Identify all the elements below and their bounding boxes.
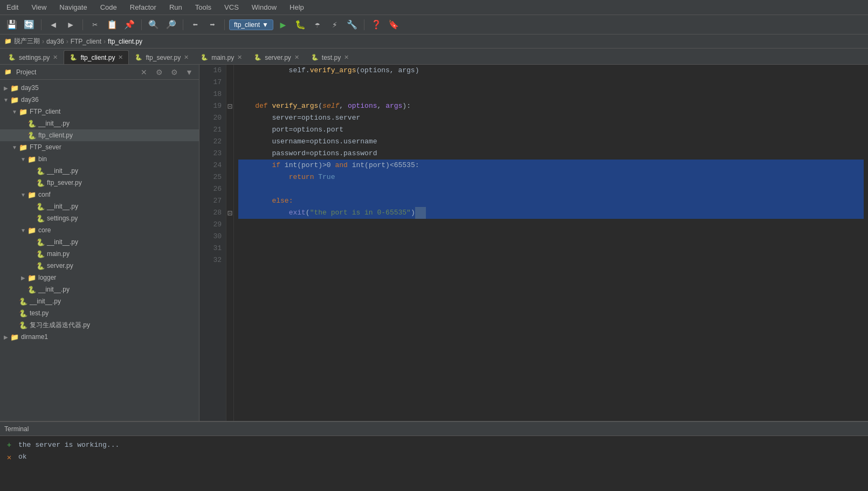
back-button[interactable]: ⬅ <box>188 17 203 32</box>
tree-item---init---py[interactable]: 🐍__init__.py <box>0 200 199 212</box>
breadcrumb-item-2[interactable]: day36 <box>46 38 64 45</box>
breadcrumb-item-4[interactable]: ftp_client.py <box>108 38 142 45</box>
tree-item-server-py[interactable]: 🐍server.py <box>0 260 199 272</box>
tree-item-logger[interactable]: ▶📁logger <box>0 272 199 283</box>
code-line-23[interactable]: password=options.password <box>238 148 864 160</box>
coverage-button[interactable]: ☂ <box>310 17 325 32</box>
tab-settings-py[interactable]: 🐍settings.py✕ <box>2 50 64 64</box>
tree-item---init---py[interactable]: 🐍__init__.py <box>0 165 199 177</box>
redo-button[interactable]: ▶ <box>63 17 78 32</box>
tab-ftp_client-py[interactable]: 🐍ftp_client.py✕ <box>64 50 129 64</box>
tree-item-ftp-client[interactable]: ▼📁FTP_client <box>0 106 199 117</box>
save-button[interactable]: 💾 <box>4 17 19 32</box>
fold-marker-18 <box>226 88 233 100</box>
tab-server-py[interactable]: 🐍server.py✕ <box>248 50 305 64</box>
menu-window[interactable]: Window <box>250 2 279 12</box>
tree-item-ftp-client-py[interactable]: 🐍ftp_client.py <box>0 129 199 141</box>
tree-item---init---py[interactable]: 🐍__init__.py <box>0 295 199 307</box>
find-in-path-button[interactable]: 🔎 <box>163 17 178 32</box>
code-editor[interactable]: self.verify_args(options, args) def veri… <box>234 65 868 421</box>
code-line-24[interactable]: if int(port)>0 and int(port)<65535: <box>238 160 864 171</box>
tree-item-test-py[interactable]: 🐍test.py <box>0 307 199 319</box>
tree-item-dirname1[interactable]: ▶📁dirname1 <box>0 331 199 343</box>
menu-run[interactable]: Run <box>167 2 184 12</box>
terminal-close-button[interactable]: ✕ <box>4 452 14 462</box>
debug-button[interactable]: 🐛 <box>293 17 308 32</box>
menu-code[interactable]: Code <box>98 2 119 12</box>
tree-item-core[interactable]: ▼📁core <box>0 224 199 236</box>
copy-button[interactable]: 📋 <box>105 17 120 32</box>
tab-ftp_sever-py[interactable]: 🐍ftp_sever.py✕ <box>129 50 195 64</box>
fold-marker-19[interactable] <box>226 100 233 112</box>
tree-item---init---py[interactable]: 🐍__init__.py <box>0 236 199 248</box>
code-line-29[interactable] <box>238 219 864 231</box>
code-container[interactable]: 1617181920212223242526272829303132 self.… <box>199 65 868 421</box>
sidebar-config-button[interactable]: ⚙ <box>154 67 164 78</box>
sidebar-settings-button[interactable]: ⚙ <box>169 67 180 78</box>
tree-folder-icon: 🐍 <box>36 250 45 258</box>
tab-close-icon[interactable]: ✕ <box>184 54 189 61</box>
breadcrumb-item-3[interactable]: FTP_client <box>71 38 101 45</box>
code-line-18[interactable] <box>238 88 864 100</box>
code-line-22[interactable]: username=options.username <box>238 136 864 148</box>
code-line-28[interactable]: exit("the port is in 0-65535") <box>238 207 864 219</box>
code-line-20[interactable]: server=options.server <box>238 112 864 124</box>
fold-marker-28[interactable] <box>226 207 233 219</box>
tree-item-conf[interactable]: ▼📁conf <box>0 189 199 200</box>
forward-button[interactable]: ➡ <box>205 17 220 32</box>
tree-item-main-py[interactable]: 🐍main.py <box>0 248 199 260</box>
menu-tools[interactable]: Tools <box>193 2 213 12</box>
fold-marker-31 <box>226 243 233 254</box>
sync-button[interactable]: 🔄 <box>22 17 37 32</box>
terminal-content[interactable]: the server is working...ok <box>18 439 864 488</box>
code-line-26[interactable] <box>238 183 864 195</box>
tab-close-icon[interactable]: ✕ <box>118 54 123 61</box>
code-line-16[interactable]: self.verify_args(options, args) <box>238 65 864 77</box>
tree-item-day35[interactable]: ▶📁day35 <box>0 82 199 94</box>
sidebar-collapse-button[interactable]: ▼ <box>184 67 195 78</box>
menu-navigate[interactable]: Navigate <box>57 2 89 12</box>
bookmark-button[interactable]: 🔖 <box>386 17 401 32</box>
code-line-19[interactable]: def verify_args(self, options, args): <box>238 100 864 112</box>
find-button[interactable]: 🔍 <box>146 17 161 32</box>
tab-close-icon[interactable]: ✕ <box>237 54 242 61</box>
breadcrumb-item-1[interactable]: 脱产三期 <box>14 37 40 46</box>
cut-button[interactable]: ✂ <box>87 17 102 32</box>
tab-close-icon[interactable]: ✕ <box>294 54 299 61</box>
tree-item-ftp-sever[interactable]: ▼📁FTP_sever <box>0 141 199 153</box>
terminal-add-button[interactable]: + <box>4 440 14 450</box>
paste-button[interactable]: 📌 <box>122 17 137 32</box>
tree-item-settings-py[interactable]: 🐍settings.py <box>0 212 199 224</box>
menu-vcs[interactable]: VCS <box>222 2 241 12</box>
tree-item-ftp-sever-py[interactable]: 🐍ftp_sever.py <box>0 177 199 189</box>
help-button[interactable]: ❓ <box>369 17 384 32</box>
tab-label: test.py <box>322 54 341 61</box>
tools-button[interactable]: 🔧 <box>345 17 360 32</box>
tree-item---init---py[interactable]: 🐍__init__.py <box>0 117 199 129</box>
menu-help[interactable]: Help <box>287 2 306 12</box>
menu-view[interactable]: View <box>29 2 49 12</box>
run-button[interactable]: ▶ <box>275 17 291 32</box>
tab-close-icon[interactable]: ✕ <box>344 54 349 61</box>
sidebar-hide-button[interactable]: ✕ <box>139 67 149 78</box>
run-config-dropdown[interactable]: ftp_client ▼ <box>229 19 273 30</box>
code-line-17[interactable] <box>238 77 864 88</box>
tab-main-py[interactable]: 🐍main.py✕ <box>195 50 248 64</box>
tab-test-py[interactable]: 🐍test.py✕ <box>305 50 355 64</box>
code-line-32[interactable] <box>238 254 864 266</box>
tree-item----------py[interactable]: 🐍复习生成器迭代器.py <box>0 319 199 331</box>
tree-item-day36[interactable]: ▼📁day36 <box>0 94 199 106</box>
undo-button[interactable]: ◀ <box>46 17 61 32</box>
tab-close-icon[interactable]: ✕ <box>53 54 58 61</box>
code-line-21[interactable]: port=options.port <box>238 124 864 136</box>
tree-item---init---py[interactable]: 🐍__init__.py <box>0 283 199 295</box>
code-line-25[interactable]: return True <box>238 171 864 183</box>
menu-edit[interactable]: Edit <box>4 2 20 12</box>
code-line-30[interactable] <box>238 231 864 243</box>
profile-button[interactable]: ⚡ <box>327 17 342 32</box>
tab-bar: 🐍settings.py✕🐍ftp_client.py✕🐍ftp_sever.p… <box>0 49 868 65</box>
code-line-31[interactable] <box>238 243 864 254</box>
tree-item-bin[interactable]: ▼📁bin <box>0 153 199 165</box>
code-line-27[interactable]: else: <box>238 195 864 207</box>
menu-refactor[interactable]: Refactor <box>128 2 159 12</box>
